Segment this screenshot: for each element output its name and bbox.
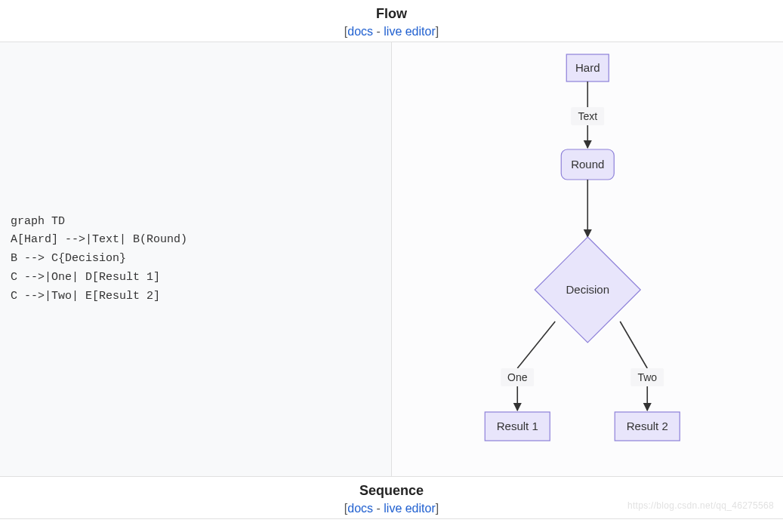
node-round-label: Round [571, 158, 604, 171]
edge-c-d-1 [517, 321, 555, 368]
edge-label-text: Text [578, 110, 597, 122]
node-result-1-label: Result 1 [496, 420, 538, 432]
live-editor-link[interactable]: live editor [384, 25, 435, 38]
diagram-panel: Hard Text Round Decision One Two [392, 42, 784, 476]
flowchart-svg: Hard Text Round Decision One Two [392, 42, 784, 476]
code-panel: graph TD A[Hard] -->|Text| B(Round) B --… [0, 42, 392, 476]
section-title: Flow [0, 6, 783, 22]
section-header-sequence: Sequence [docs - live editor] [0, 477, 783, 519]
edge-c-e-1 [620, 321, 647, 368]
watermark: https://blog.csdn.net/qq_46275568 [627, 500, 774, 511]
docs-link[interactable]: docs [347, 502, 373, 515]
docs-link[interactable]: docs [347, 25, 373, 38]
bracket-close: ] [436, 25, 439, 38]
node-decision-label: Decision [566, 283, 609, 296]
edge-label-one: One [507, 371, 528, 383]
link-separator: - [373, 502, 384, 515]
section-links: [docs - live editor] [0, 25, 783, 38]
section-header-flow: Flow [docs - live editor] [0, 0, 783, 42]
link-separator: - [373, 25, 384, 38]
flow-panels: graph TD A[Hard] -->|Text| B(Round) B --… [0, 42, 783, 477]
live-editor-link[interactable]: live editor [384, 502, 435, 515]
node-result-2-label: Result 2 [626, 420, 667, 432]
node-hard-label: Hard [575, 61, 600, 74]
section-title: Sequence [0, 483, 783, 499]
bracket-close: ] [436, 502, 439, 515]
edge-label-two: Two [637, 371, 657, 383]
code-block: graph TD A[Hard] -->|Text| B(Round) B --… [11, 213, 187, 306]
